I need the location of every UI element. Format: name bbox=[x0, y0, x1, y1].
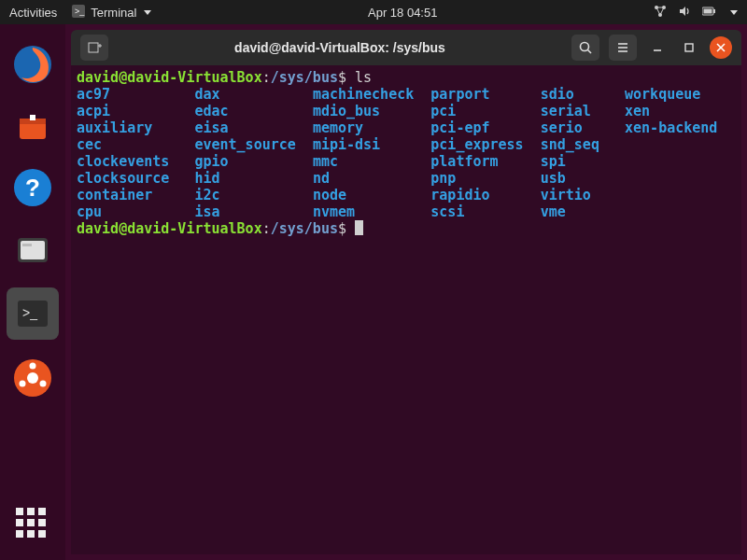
clock[interactable]: Apr 18 04:51 bbox=[151, 6, 654, 20]
dock-firefox[interactable] bbox=[9, 41, 56, 88]
terminal-icon: >_ bbox=[72, 5, 85, 21]
top-bar: Activities >_ Terminal Apr 18 04:51 bbox=[0, 0, 747, 24]
status-area[interactable] bbox=[654, 5, 738, 21]
chevron-down-icon bbox=[144, 10, 151, 15]
window-title: david@david-VirtualBox: /sys/bus bbox=[118, 40, 562, 55]
svg-rect-16 bbox=[22, 244, 32, 246]
app-menu-terminal[interactable]: >_ Terminal bbox=[72, 5, 151, 21]
dock-show-applications-alt[interactable] bbox=[9, 355, 56, 401]
activities-button[interactable]: Activities bbox=[9, 6, 57, 20]
volume-icon bbox=[678, 5, 691, 21]
svg-text:?: ? bbox=[25, 174, 40, 202]
terminal-body[interactable]: david@david-VirtualBox:/sys/bus$ ls ac97… bbox=[71, 65, 741, 554]
svg-text:>_: >_ bbox=[75, 7, 85, 16]
search-button[interactable] bbox=[571, 35, 599, 61]
svg-point-20 bbox=[27, 372, 38, 384]
hamburger-menu-button[interactable] bbox=[609, 35, 637, 61]
battery-icon bbox=[702, 6, 717, 20]
svg-rect-24 bbox=[89, 43, 98, 52]
desktop: ? >_ david@david-VirtualBox: /sys/bus bbox=[0, 24, 747, 560]
svg-point-22 bbox=[40, 381, 47, 387]
maximize-button[interactable] bbox=[678, 36, 700, 59]
app-menu-label: Terminal bbox=[91, 6, 136, 20]
svg-rect-33 bbox=[685, 44, 693, 51]
dock-help[interactable]: ? bbox=[9, 164, 56, 211]
dock-terminal[interactable]: >_ bbox=[7, 287, 59, 340]
show-applications-button[interactable] bbox=[16, 508, 49, 541]
new-tab-button[interactable] bbox=[80, 35, 108, 61]
dock-files[interactable] bbox=[9, 226, 56, 273]
network-icon bbox=[654, 5, 667, 21]
svg-text:>_: >_ bbox=[22, 305, 37, 320]
window-titlebar: david@david-VirtualBox: /sys/bus bbox=[71, 30, 741, 65]
svg-point-23 bbox=[20, 381, 26, 387]
chevron-down-icon bbox=[730, 10, 738, 15]
minimize-button[interactable] bbox=[646, 36, 669, 59]
svg-line-28 bbox=[588, 50, 592, 54]
close-button[interactable] bbox=[710, 36, 732, 59]
svg-rect-11 bbox=[30, 115, 35, 120]
svg-rect-6 bbox=[713, 9, 715, 13]
dock: ? >_ bbox=[0, 24, 65, 560]
svg-point-21 bbox=[30, 363, 36, 370]
svg-rect-7 bbox=[704, 8, 712, 13]
dock-software[interactable] bbox=[9, 103, 56, 149]
svg-point-27 bbox=[581, 43, 589, 51]
terminal-window: david@david-VirtualBox: /sys/bus david@d… bbox=[71, 30, 741, 554]
